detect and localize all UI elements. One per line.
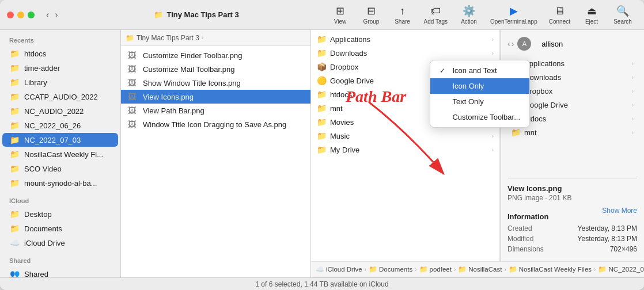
sidebar-label: NosillaCast Weekly Fi... <box>24 150 103 159</box>
dropdown-item-label: Text Only <box>452 97 483 106</box>
info-row-dimensions: Dimensions702×496 <box>507 244 637 254</box>
file-item-customize-mail[interactable]: 🖼Customize Mail Toolbar.png <box>121 62 310 76</box>
folder-icon: 📁 <box>9 209 20 219</box>
info-filetype: PNG image · 201 KB <box>507 194 637 202</box>
dropdown-item-icon-and-text[interactable]: ✓Icon and Text <box>430 63 529 78</box>
pathbar-item-nosillacast-pb[interactable]: 📁NosillaCast <box>458 265 502 273</box>
info-back-button[interactable]: ‹ <box>507 39 510 48</box>
sidebar-label: iCloud Drive <box>24 239 65 247</box>
eject-button[interactable]: ⏏ Eject <box>577 2 606 27</box>
sidebar: Recents 📁htdocs📁time-adder📁Library📁CCATP… <box>0 30 121 277</box>
folder-icon: 📁 <box>317 104 327 113</box>
group-button[interactable]: ⊟ Group <box>357 2 386 27</box>
window-title: 📁 Tiny Mac Tips Part 3 <box>72 10 321 19</box>
sidebar-label: NC_2022_06_26 <box>24 121 81 130</box>
sidebar-item-time-adder[interactable]: 📁time-adder <box>2 61 118 75</box>
file-name: View Path Bar.png <box>143 106 204 115</box>
detail-label: Created <box>507 224 532 232</box>
folder-icon: 📁 <box>9 121 20 130</box>
fullscreen-button[interactable] <box>28 12 35 18</box>
sidebar-item-nc-2022-06[interactable]: 📁NC_2022_06_26 <box>2 119 118 132</box>
pathbar-item-icloud-drive-pb[interactable]: ☁️iCloud Drive <box>316 265 362 273</box>
folder-icon: 📁 <box>317 117 327 127</box>
pathbar-separator: › <box>415 266 416 273</box>
sidebar-item-icloud-drive[interactable]: ☁️iCloud Drive <box>2 236 118 250</box>
pathbar-icon: 📁 <box>458 265 467 273</box>
info-row-modified: ModifiedYesterday, 8:13 PM <box>507 234 637 244</box>
preview-row-music[interactable]: 📁Music› <box>311 129 499 143</box>
view-icon: ⊞ <box>336 5 344 17</box>
preview-row-my-drive[interactable]: 📁My Drive› <box>311 143 499 157</box>
pathbar-separator: › <box>594 266 596 273</box>
file-icon: 🖼 <box>128 64 138 74</box>
expand-icon: › <box>632 102 634 108</box>
sidebar-item-nc-audio[interactable]: 📁NC_AUDIO_2022 <box>2 104 118 118</box>
pathbar-item-podfeet-pb[interactable]: 📁podfeet <box>419 265 452 273</box>
detail-value: 702×496 <box>610 245 637 253</box>
show-more-link[interactable]: Show More <box>602 207 637 215</box>
file-item-view-icons[interactable]: 🖼View Icons.png <box>121 90 310 104</box>
expand-icon: › <box>492 50 494 56</box>
share-button[interactable]: ↑ Share <box>388 3 417 27</box>
open-terminal-label: OpenTerminal.app <box>490 18 537 25</box>
folder-label: My Drive <box>330 146 359 154</box>
sidebar-item-documents[interactable]: 📁Documents <box>2 222 118 235</box>
pathbar-item-documents-pb[interactable]: 📁Documents <box>369 265 412 273</box>
sidebar-label: htdocs <box>24 49 46 58</box>
action-button[interactable]: ⚙️ Action <box>454 2 483 27</box>
sidebar-item-nc-2022-07[interactable]: 📁NC_2022_07_03 <box>2 133 118 147</box>
pathbar-label: podfeet <box>430 266 452 273</box>
sidebar-item-desktop[interactable]: 📁Desktop <box>2 207 118 221</box>
folder-icon: 📁 <box>9 78 20 87</box>
sidebar-item-mount-synodo[interactable]: 📁mount-synodo-al-ba... <box>2 176 118 190</box>
breadcrumb-bar: 📁 Tiny Mac Tips Part 3 › <box>121 30 310 46</box>
sidebar-item-shared[interactable]: 👥Shared <box>2 267 118 277</box>
pathbar-separator: › <box>365 266 366 273</box>
file-item-view-path[interactable]: 🖼View Path Bar.png <box>121 104 310 117</box>
minimize-button[interactable] <box>17 12 24 18</box>
dropdown-item-customize-toolbar[interactable]: Customize Toolbar... <box>430 109 529 125</box>
share-icon: ↑ <box>400 5 405 17</box>
pathbar-item-nc2022-pb[interactable]: 📁NC_2022_07_03 <box>598 265 644 273</box>
sidebar-label: mount-synodo-al-ba... <box>24 179 97 188</box>
info-forward-button[interactable]: › <box>512 39 514 48</box>
file-item-customize-finder[interactable]: 🖼Customize Finder Toolbar.png <box>121 48 310 62</box>
sidebar-items: 📁htdocs📁time-adder📁Library📁CCATP_AUDIO_2… <box>0 46 120 190</box>
status-text: 1 of 6 selected, 1.44 TB available on iC… <box>255 280 388 288</box>
sidebar-item-sco-video[interactable]: 📁SCO Video <box>2 162 118 175</box>
preview-row-applications[interactable]: 📁Applications› <box>311 32 499 46</box>
sidebar-item-nosillacast-weekly[interactable]: 📁NosillaCast Weekly Fi... <box>2 147 118 161</box>
file-item-window-title[interactable]: 🖼Window Title Icon Dragging to Save As.p… <box>121 117 310 131</box>
connect-button[interactable]: 🖥 Connect <box>544 3 575 27</box>
search-button[interactable]: 🔍 Search <box>608 2 637 27</box>
info-folder-item-mnt[interactable]: 📁mnt› <box>507 125 637 139</box>
folder-icon: 📁 <box>317 90 327 99</box>
pathbar-item-nwf-pb[interactable]: 📁NosillaCast Weekly Files <box>509 265 592 273</box>
dropdown-item-icon-only[interactable]: Icon Only <box>430 78 529 94</box>
folder-label: mnt <box>524 128 537 137</box>
info-user-name: allison <box>541 40 563 48</box>
file-item-show-window[interactable]: 🖼Show Window Title Icons.png <box>121 76 310 90</box>
view-label: View <box>334 18 347 25</box>
expand-icon: › <box>632 116 634 122</box>
pathbar-icon: 📁 <box>509 265 517 273</box>
file-icon: 🖼 <box>128 120 138 129</box>
sidebar-item-htdocs[interactable]: 📁htdocs <box>2 47 118 60</box>
view-button[interactable]: ⊞ View <box>326 2 355 27</box>
folder-icon: 📁 <box>317 131 327 140</box>
add-tags-button[interactable]: 🏷 Add Tags <box>419 3 453 27</box>
close-button[interactable] <box>7 12 14 18</box>
folder-icon: 📦 <box>317 62 327 71</box>
folder-icon: ☁️ <box>9 238 20 247</box>
tag-icon: 🏷 <box>430 5 441 17</box>
preview-row-downloads[interactable]: 📁Downloads› <box>311 46 499 60</box>
dropdown-item-text-only[interactable]: Text Only <box>430 94 529 109</box>
sidebar-item-ccatp-audio[interactable]: 📁CCATP_AUDIO_2022 <box>2 90 118 104</box>
expand-icon: › <box>632 74 634 81</box>
forward-button[interactable]: › <box>52 9 60 21</box>
open-terminal-button[interactable]: ▶ OpenTerminal.app <box>486 2 542 27</box>
detail-label: Dimensions <box>507 245 544 253</box>
sidebar-item-library[interactable]: 📁Library <box>2 75 118 89</box>
search-icon: 🔍 <box>616 5 629 17</box>
back-button[interactable]: ‹ <box>44 9 51 21</box>
